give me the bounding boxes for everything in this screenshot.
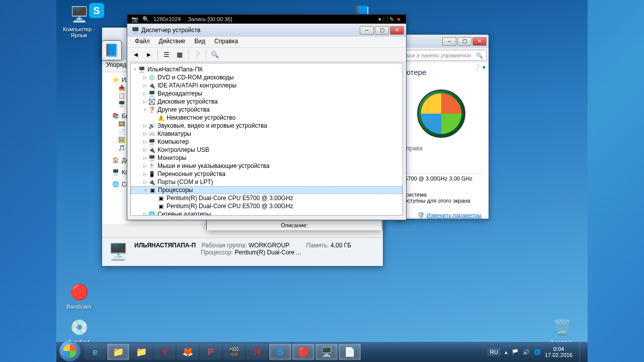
tree-node[interactable]: ▿❓Другие устройства xyxy=(131,106,403,114)
tree-node[interactable]: ▷🖥️Компьютер xyxy=(131,138,403,146)
taskbar-powerpoint[interactable]: P xyxy=(200,344,222,360)
tree-node[interactable]: ▷📱Переносные устройства xyxy=(131,170,403,178)
description-bar: Описание: xyxy=(206,219,382,230)
maximize-button[interactable]: ▢ xyxy=(375,26,389,35)
change-settings-link[interactable]: Изменить параметры xyxy=(427,212,481,218)
tree-node[interactable]: ▷🔌Контроллеры USB xyxy=(131,146,403,154)
tree-node[interactable]: ▷🖱️Мыши и иные указывающие устройства xyxy=(131,162,403,170)
volume-icon[interactable]: 🔊 xyxy=(523,349,530,355)
clock[interactable]: 0:04 17.02.2016 xyxy=(545,346,573,358)
recording-resolution: 1280x1024 xyxy=(153,16,181,22)
computer-icon: 🖥️ xyxy=(108,242,128,262)
show-desktop-button[interactable] xyxy=(580,342,585,362)
recycle-bin[interactable]: 🗑️Корзина xyxy=(543,316,581,345)
tree-node[interactable]: ▷💽Дисковые устройства xyxy=(131,98,403,106)
system-header: ьютере xyxy=(401,68,481,76)
recording-bar: 📷🔍 1280x1024 Запись [00:00:36] ▾ ⬚ ✎ ■ xyxy=(127,15,406,24)
network-icon[interactable]: 🌐 xyxy=(534,349,541,355)
tray-arrow-icon[interactable]: ▴ xyxy=(505,349,508,355)
taskbar-doc[interactable]: 📄 xyxy=(339,344,361,360)
tree-node[interactable]: ▷🔌IDE ATA/ATAPI контроллеры xyxy=(131,81,403,89)
tree-node[interactable]: ▣Pentium(R) Dual-Core CPU E5700 @ 3.00GH… xyxy=(131,202,403,210)
device-tree[interactable]: ▿🖥️ИльяНастяПапа-ПК▷💿DVD и CD-ROM дисков… xyxy=(130,63,403,216)
tree-root[interactable]: ▿🖥️ИльяНастяПапа-ПК xyxy=(131,65,403,73)
tree-node[interactable]: ▣Pentium(R) Dual-Core CPU E5700 @ 3.00GH… xyxy=(131,194,403,202)
tree-node[interactable]: ▷🌐Сетевые адаптеры xyxy=(131,210,403,216)
tree-node[interactable]: ▷🖥️Мониторы xyxy=(131,154,403,162)
taskbar-devmgr[interactable]: 🖥️ xyxy=(315,344,338,360)
taskbar-bandicam[interactable]: 🔴 xyxy=(292,344,314,360)
bandicam[interactable]: 🔴Bandicam xyxy=(60,281,98,310)
taskbar-player[interactable]: 🎬 xyxy=(223,344,245,360)
word-window[interactable]: 📘 xyxy=(102,40,122,60)
back-button[interactable]: ◄ xyxy=(130,49,141,60)
close-button[interactable]: ✕ xyxy=(472,37,487,46)
menu-bar: Файл Действие Вид Справка xyxy=(127,37,406,48)
taskbar-ie[interactable]: e xyxy=(84,344,106,360)
recording-time: [00:00:36] xyxy=(208,16,232,22)
taskbar-folder[interactable]: 📁 xyxy=(130,344,152,360)
taskbar-yandex[interactable]: Y xyxy=(153,344,176,360)
tree-node[interactable]: ▿▣Процессоры xyxy=(131,186,403,194)
tree-node[interactable]: ▷🖥️Видеоадаптеры xyxy=(131,89,403,98)
tree-node[interactable]: ▷💿DVD и CD-ROM дисководы xyxy=(131,73,403,81)
control-panel-search[interactable]: Поиск в панели управления🔍 xyxy=(396,50,487,61)
windows-logo-icon xyxy=(417,89,465,138)
minimize-button[interactable]: – xyxy=(442,37,456,46)
minimize-button[interactable]: – xyxy=(360,26,374,35)
forward-button[interactable]: ► xyxy=(143,49,154,60)
scan-button[interactable]: 🔍 xyxy=(209,49,220,60)
language-indicator[interactable]: RU xyxy=(488,348,501,356)
system-properties-window: – ▢ ✕ Поиск в панели управления🔍 ❔ ▾ ьют… xyxy=(393,34,489,219)
device-manager-icon: 🖥️ xyxy=(131,27,139,34)
tree-node[interactable]: ⚠️Неизвестное устройство xyxy=(131,114,403,122)
start-button[interactable] xyxy=(59,340,80,361)
taskbar-skype[interactable]: S xyxy=(269,344,291,360)
tree-node[interactable]: ▷⌨️Клавиатуры xyxy=(131,130,403,138)
skype-desktop-icon[interactable]: S xyxy=(88,3,106,19)
tree-node[interactable]: ▷🔊Звуковые, видео и игровые устройства xyxy=(131,122,403,130)
taskbar-ya[interactable]: Я xyxy=(246,344,268,360)
window-title: Диспетчер устройств xyxy=(141,27,360,34)
computer-name: ИЛЬЯНАСТЯПАПА-П xyxy=(134,242,196,249)
taskbar: e📁📁Y🦊P🎬ЯS🔴🖥️📄 RU ▴ 🏳️ 🔊 🌐 0:04 17.02.201… xyxy=(56,342,588,362)
action-center-icon[interactable]: 🏳️ xyxy=(512,349,519,355)
menu-view[interactable]: Вид xyxy=(190,37,210,47)
tree-node[interactable]: ▷🔌Порты (COM и LPT) xyxy=(131,178,403,186)
cpu-info: E5700 @ 3.00GHz 3.00 GHz xyxy=(401,175,481,182)
maximize-button[interactable]: ▢ xyxy=(457,37,471,46)
toolbar: ◄ ► ☰ ▦ ❔ 🔍 xyxy=(127,48,406,62)
properties-button[interactable]: ▦ xyxy=(174,49,185,60)
menu-action[interactable]: Действие xyxy=(154,37,190,47)
close-button[interactable]: ✕ xyxy=(390,26,404,35)
show-hidden-button[interactable]: ☰ xyxy=(161,49,172,60)
menu-help[interactable]: Справка xyxy=(210,37,243,47)
help-button[interactable]: ❔ xyxy=(192,49,203,60)
taskbar-firefox[interactable]: 🦊 xyxy=(177,344,199,360)
device-manager-window: 📷🔍 1280x1024 Запись [00:00:36] ▾ ⬚ ✎ ■ 🖥… xyxy=(127,14,407,220)
menu-file[interactable]: Файл xyxy=(130,37,154,47)
taskbar-explorer[interactable]: 📁 xyxy=(107,344,129,360)
